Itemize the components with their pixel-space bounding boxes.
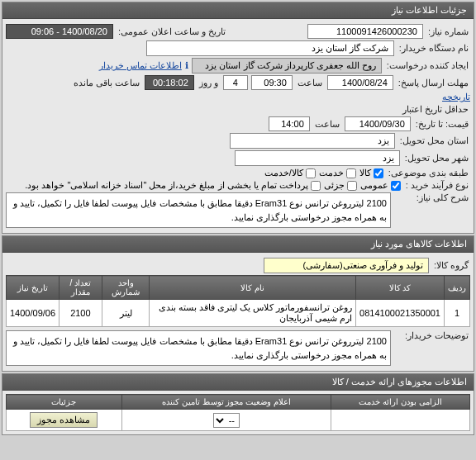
main-panel: جزئیات اطلاعات نیاز شماره نیاز: 11000914… — [2, 2, 474, 234]
buyer-notes-label: توضیحات خریدار: — [396, 330, 470, 341]
main-panel-header: جزئیات اطلاعات نیاز — [2, 2, 474, 19]
price-date-field: 1400/09/30 — [345, 116, 411, 131]
info-icon: ℹ — [185, 60, 188, 71]
lic-th-2: جزئیات — [7, 395, 122, 410]
lic-status-cell: -- — [121, 410, 331, 431]
day-value-field: 4 — [223, 75, 248, 90]
license-panel: اطلاعات مجوزهای ارائه خدمت / کالا الزامی… — [2, 373, 474, 435]
remaining-label: ساعت باقی مانده — [72, 78, 141, 88]
city-label: شهر محل تحویل: — [403, 153, 470, 164]
cat-service-check[interactable]: خدمت — [319, 168, 356, 178]
cell-code: 0814100021350001 — [356, 300, 445, 327]
th-date: تاریخ نیاز — [7, 276, 60, 300]
license-table: الزامی بودن ارائه خدمت اعلام وضعیت مجوز … — [6, 394, 470, 431]
cell-unit: لیتر — [102, 300, 150, 327]
group-label: گروه کالا: — [432, 260, 470, 271]
cell-qty: 2100 — [60, 300, 102, 327]
price-label: قیمت: تا تاریخ: — [414, 119, 470, 130]
buyer-notes-box: 2100 لیترروغن ترانس نوع Eram31 دقیقا مطا… — [6, 330, 391, 366]
license-panel-header: اطلاعات مجوزهای ارائه خدمت / کالا — [2, 374, 474, 391]
cat-both-check[interactable]: کالا/خدمت — [264, 168, 316, 178]
deadline-time-label: ساعت — [296, 78, 324, 88]
announce-label: تاریخ و ساعت اعلان عمومی: — [117, 26, 227, 37]
price-time-label: ساعت — [313, 119, 341, 130]
lic-th-0: الزامی بودن ارائه خدمت — [331, 395, 470, 410]
group-field: تولید و فرآوری صنعتی(سفارشی) — [264, 258, 429, 273]
cell-date: 1400/09/06 — [7, 300, 60, 327]
contact-link[interactable]: اطلاعات تماس خریدار — [99, 60, 182, 71]
state-field: یزد — [230, 133, 395, 149]
deadline-date-field: 1400/08/24 — [327, 75, 393, 90]
lic-mandatory-cell — [331, 410, 470, 431]
remaining-field: 00:18:02 — [145, 75, 194, 90]
th-unit: واحد شمارش — [102, 276, 150, 300]
price-time-field: 14:00 — [269, 116, 310, 131]
req-no-field: 1100091426000230 — [307, 24, 423, 39]
view-license-button[interactable]: مشاهده مجوز — [30, 412, 98, 428]
desc-label: شرح کلی نیاز: — [396, 192, 470, 203]
category-label: طبقه بندی موضوعی: — [387, 168, 470, 178]
cell-name: روغن ترانسفورماتور کلاس یک لیتری فاقد بس… — [150, 300, 356, 327]
pay-note-check[interactable]: پرداخت تمام یا بخشی از مبلغ خرید،از محل … — [25, 180, 321, 191]
lic-status-select[interactable]: -- — [213, 413, 240, 428]
lic-th-1: اعلام وضعیت مجوز توسط تامین کننده — [121, 395, 331, 410]
goods-panel: اطلاعات کالاهای مورد نیاز گروه کالا: تول… — [2, 235, 474, 372]
min-label: حداقل تاریخ اعتبار — [401, 104, 470, 115]
th-name: نام کالا — [150, 276, 356, 300]
table-row[interactable]: 1 0814100021350001 روغن ترانسفورماتور کل… — [7, 300, 470, 327]
day-label: و روز — [198, 78, 220, 88]
buyer-field: شرکت گاز استان یزد — [146, 40, 394, 56]
purchase-partial-check[interactable]: جزئی — [324, 180, 357, 191]
license-row: -- مشاهده مجوز — [7, 410, 470, 431]
state-label: استان محل تحویل: — [398, 135, 470, 146]
history-link[interactable]: تاریخچه — [442, 92, 470, 102]
goods-table: ردیف کد کالا نام کالا واحد شمارش تعداد /… — [6, 275, 470, 327]
cat-goods-check[interactable]: کالا — [359, 168, 383, 178]
purchase-label: نوع فرآیند خرید : — [404, 180, 470, 191]
req-no-label: شماره نیاز: — [426, 26, 470, 37]
buyer-label: نام دستگاه خریدار: — [397, 43, 470, 54]
desc-box: 2100 لیترروغن ترانس نوع Eram31 دقیقا مطا… — [6, 192, 391, 228]
lic-detail-cell: مشاهده مجوز — [7, 410, 122, 431]
announce-field: 1400/08/20 - 09:06 — [6, 24, 113, 39]
requester-label: ایجاد کننده درخواست: — [385, 60, 470, 71]
requester-field: روح الله جعفری کارپرداز شرکت گاز استان ی… — [192, 58, 382, 74]
deadline-time-field: 09:30 — [251, 75, 293, 90]
th-code: کد کالا — [356, 276, 445, 300]
cell-idx: 1 — [445, 300, 470, 327]
th-idx: ردیف — [445, 276, 470, 300]
th-qty: تعداد / مقدار — [60, 276, 102, 300]
goods-panel-header: اطلاعات کالاهای مورد نیاز — [2, 236, 474, 253]
purchase-public-check[interactable]: عمومی — [360, 180, 401, 191]
deadline-label: مهلت ارسال پاسخ: — [397, 78, 470, 88]
city-field: یزد — [235, 150, 400, 166]
